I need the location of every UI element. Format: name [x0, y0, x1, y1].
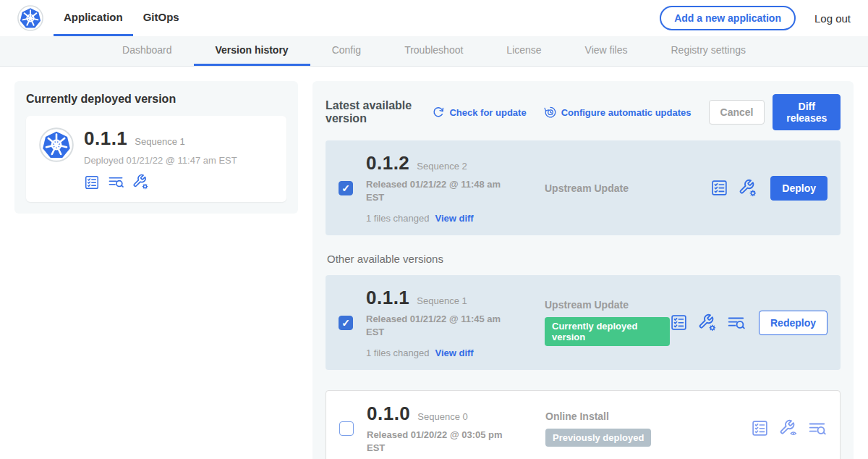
check-for-update-label: Check for update: [449, 107, 526, 118]
sequence-label: Sequence 1: [417, 295, 467, 306]
edit-config-icon[interactable]: [739, 179, 757, 198]
deployed-sequence-label: Sequence 1: [135, 136, 184, 147]
diff-releases-button[interactable]: Diff releases: [773, 94, 841, 130]
deploy-logs-icon[interactable]: [808, 419, 827, 438]
app-sub-nav: Dashboard Version history Config Trouble…: [0, 36, 868, 67]
view-diff-link[interactable]: View diff: [435, 213, 473, 224]
version-source: Upstream Update: [522, 182, 710, 194]
view-config-icon[interactable]: [779, 419, 798, 438]
version-checkbox[interactable]: ✓: [339, 421, 354, 436]
kubernetes-logo-icon: [17, 0, 43, 36]
latest-available-title: Latest available version: [326, 99, 422, 125]
deployed-timestamp: Deployed 01/21/22 @ 11:47 am EST: [84, 155, 237, 166]
available-versions-header: Latest available version Check for updat…: [326, 94, 841, 130]
sequence-label: Sequence 2: [417, 161, 467, 172]
schedule-update-icon: [544, 106, 557, 119]
version-info: 0.1.0 Sequence 0 Released 01/20/22 @ 03:…: [367, 403, 522, 454]
currently-deployed-title: Currently deployed version: [26, 93, 286, 106]
refresh-icon: [432, 106, 445, 119]
check-for-update-link[interactable]: Check for update: [432, 106, 526, 119]
version-source: Online Install Previously deployed: [522, 410, 751, 447]
deploy-button[interactable]: Deploy: [770, 176, 827, 201]
redeploy-button[interactable]: Redeploy: [759, 311, 827, 335]
currently-deployed-panel: Currently deployed version 0.1.1 Sequenc…: [14, 81, 298, 214]
top-tab-gitops[interactable]: GitOps: [133, 0, 190, 36]
deploy-logs-icon[interactable]: [727, 313, 746, 332]
deployed-version-card: 0.1.1 Sequence 1 Deployed 01/21/22 @ 11:…: [26, 116, 286, 202]
tab-config[interactable]: Config: [310, 36, 383, 66]
logout-button[interactable]: Log out: [814, 12, 851, 25]
version-row-0-1-0: ✓ 0.1.0 Sequence 0 Released 01/20/22 @ 0…: [326, 390, 841, 459]
version-actions: [751, 419, 827, 438]
edit-config-icon[interactable]: [698, 313, 717, 332]
add-application-button[interactable]: Add a new application: [660, 6, 796, 30]
version-actions: Deploy: [710, 176, 827, 201]
files-changed-label: 1 files changed: [366, 213, 429, 224]
preflight-checklist-icon[interactable]: [84, 174, 100, 190]
sequence-label: Sequence 0: [417, 411, 467, 422]
edit-config-icon[interactable]: [132, 174, 149, 190]
cancel-button[interactable]: Cancel: [709, 100, 765, 125]
deploy-logs-icon[interactable]: [108, 174, 124, 190]
previously-deployed-badge: Previously deployed: [545, 429, 651, 447]
source-label: Online Install: [545, 410, 751, 422]
configure-auto-updates-label: Configure automatic updates: [561, 107, 692, 118]
version-number: 0.1.0: [367, 403, 410, 425]
source-label: Upstream Update: [545, 299, 670, 311]
other-versions-title: Other available versions: [327, 253, 839, 265]
deployed-version-details: 0.1.1 Sequence 1 Deployed 01/21/22 @ 11:…: [84, 127, 237, 190]
tab-registry-settings[interactable]: Registry settings: [650, 36, 767, 66]
preflight-checklist-icon[interactable]: [751, 419, 769, 437]
top-nav-spacer: [190, 0, 660, 36]
files-changed-label: 1 files changed: [366, 348, 429, 358]
preflight-checklist-icon[interactable]: [710, 179, 728, 197]
deployed-version-number: 0.1.1: [84, 127, 127, 150]
version-checkbox[interactable]: ✓: [339, 316, 353, 330]
tab-version-history[interactable]: Version history: [194, 36, 310, 66]
view-diff-link[interactable]: View diff: [435, 348, 473, 358]
app-icon-kubernetes: [39, 127, 74, 190]
top-tab-application[interactable]: Application: [54, 0, 133, 36]
version-actions: Redeploy: [670, 311, 827, 335]
currently-deployed-badge: Currently deployed version: [545, 317, 670, 346]
configure-auto-updates-link[interactable]: Configure automatic updates: [544, 106, 692, 119]
version-row-0-1-1: ✓ 0.1.1 Sequence 1 Released 01/21/22 @ 1…: [326, 275, 841, 370]
released-timestamp: Released 01/21/22 @ 11:45 am EST: [366, 313, 507, 338]
available-versions-panel: Latest available version Check for updat…: [312, 81, 854, 459]
main-content: Currently deployed version 0.1.1 Sequenc…: [0, 67, 868, 459]
source-label: Upstream Update: [545, 182, 710, 194]
version-info: 0.1.2 Sequence 2 Released 01/21/22 @ 11:…: [366, 152, 522, 224]
tab-troubleshoot[interactable]: Troubleshoot: [383, 36, 485, 66]
version-number: 0.1.2: [366, 152, 409, 174]
preflight-checklist-icon[interactable]: [670, 313, 688, 332]
top-nav: Application GitOps Add a new application…: [0, 0, 868, 36]
version-number: 0.1.1: [366, 287, 409, 309]
tab-license[interactable]: License: [485, 36, 563, 66]
tab-dashboard[interactable]: Dashboard: [101, 36, 194, 66]
released-timestamp: Released 01/21/22 @ 11:48 am EST: [366, 178, 507, 203]
tab-view-files[interactable]: View files: [563, 36, 650, 66]
version-row-0-1-2: ✓ 0.1.2 Sequence 2 Released 01/21/22 @ 1…: [326, 140, 841, 235]
version-info: 0.1.1 Sequence 1 Released 01/21/22 @ 11:…: [366, 287, 522, 358]
released-timestamp: Released 01/20/22 @ 03:05 pm EST: [367, 429, 508, 454]
version-source: Upstream Update Currently deployed versi…: [522, 299, 670, 346]
version-checkbox[interactable]: ✓: [339, 181, 353, 195]
